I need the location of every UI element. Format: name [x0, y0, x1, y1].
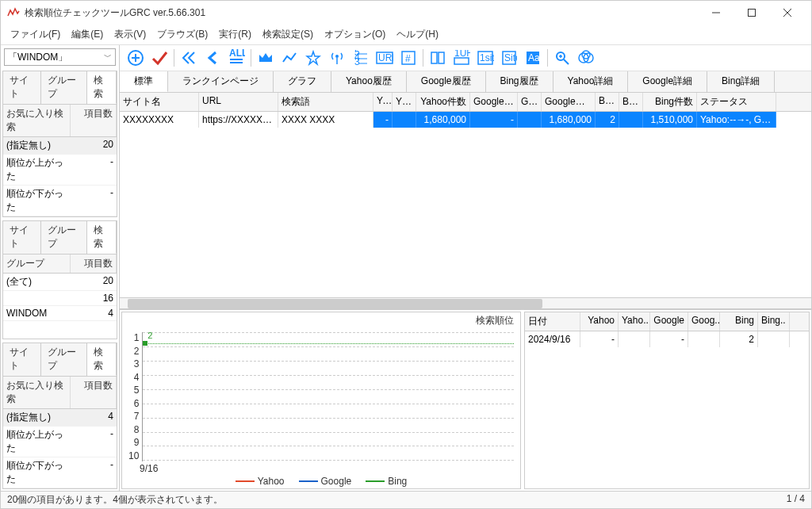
- zoom-icon[interactable]: [553, 48, 572, 67]
- svg-text:3: 3: [354, 56, 360, 66]
- tab-search[interactable]: 検索: [87, 71, 117, 104]
- back-icon[interactable]: [203, 48, 222, 67]
- venn-icon[interactable]: [576, 48, 596, 67]
- col-yahoo[interactable]: Yahoo: [580, 312, 619, 331]
- col-google[interactable]: Google: [650, 312, 688, 331]
- tab-search[interactable]: 検索: [87, 221, 117, 254]
- tab-group[interactable]: グループ: [41, 221, 87, 254]
- tab-graph[interactable]: グラフ: [274, 71, 331, 92]
- col-site[interactable]: サイト名: [120, 93, 199, 111]
- col-yahoo-d[interactable]: Yaho..: [619, 312, 650, 331]
- site-box-icon[interactable]: Site: [500, 48, 519, 67]
- oneurl-icon[interactable]: 1URL: [452, 48, 471, 67]
- tab-site[interactable]: サイト: [3, 343, 41, 376]
- rewind-icon[interactable]: [179, 48, 198, 67]
- col-fav[interactable]: お気に入り検索: [3, 105, 71, 136]
- favorites-panel-1: サイト グループ 検索 お気に入り検索 項目数 (指定無し)20 順位が上がった…: [2, 71, 117, 217]
- svg-text:Site: Site: [504, 52, 517, 63]
- favorites-panel-2: サイト グループ 検索 お気に入り検索 項目数 (指定無し)4 順位が上がった-…: [2, 343, 117, 489]
- col-bing[interactable]: Bin..: [596, 93, 619, 111]
- status-left: 20個の項目があります。4個が表示されています。: [7, 493, 223, 507]
- chart-plot: 2: [142, 332, 514, 461]
- col-google[interactable]: Google順位: [470, 93, 518, 111]
- col-bcount[interactable]: Bing件数: [643, 93, 697, 111]
- tab-search[interactable]: 検索: [87, 343, 117, 376]
- tab-yahoo-hist[interactable]: Yahoo履歴: [331, 71, 407, 92]
- crown-icon[interactable]: [256, 48, 275, 67]
- menu-file[interactable]: ファイル(F): [6, 26, 65, 43]
- menu-search-settings[interactable]: 検索設定(S): [258, 26, 318, 43]
- list-item[interactable]: 16: [3, 291, 117, 306]
- col-status[interactable]: ステータス: [697, 93, 776, 111]
- site-combo[interactable]: 「WINDOM」 ﹀: [4, 48, 116, 66]
- bing-data-point: [143, 341, 147, 346]
- list-item[interactable]: (指定無し)20: [3, 137, 117, 155]
- url-icon[interactable]: URL: [375, 48, 394, 67]
- col-ycount[interactable]: Yahoo件数: [416, 93, 470, 111]
- col-count[interactable]: 項目数: [71, 254, 117, 273]
- antenna-icon[interactable]: [327, 48, 347, 67]
- add-icon[interactable]: [126, 48, 145, 67]
- minimize-button[interactable]: [698, 2, 733, 24]
- col-fav[interactable]: お気に入り検索: [3, 377, 71, 408]
- close-button[interactable]: [769, 2, 805, 24]
- tab-yahoo-detail[interactable]: Yahoo詳細: [553, 71, 629, 92]
- menu-view[interactable]: 表示(V): [109, 26, 151, 43]
- tab-bing-hist[interactable]: Bing履歴: [486, 71, 553, 92]
- rank-icon[interactable]: 543: [351, 48, 370, 67]
- col-url[interactable]: URL: [199, 93, 278, 111]
- menu-edit[interactable]: 編集(E): [67, 26, 108, 43]
- trend-icon[interactable]: [280, 48, 299, 67]
- all-list-icon[interactable]: ALL: [227, 48, 246, 67]
- table-row[interactable]: XXXXXXXX https://XXXXX.XX XXXX XXXX - 1,…: [120, 112, 811, 128]
- list-item[interactable]: 順位が上がった-: [3, 155, 117, 186]
- list-item[interactable]: WINDOM4: [3, 306, 117, 321]
- col-bing-d[interactable]: Bing..: [758, 312, 790, 331]
- maximize-button[interactable]: [733, 2, 769, 24]
- col-gcount[interactable]: Google件数: [542, 93, 596, 111]
- star-icon[interactable]: [304, 48, 323, 67]
- tab-bing-detail[interactable]: Bing詳細: [707, 71, 775, 92]
- col-gdelta[interactable]: G変..: [518, 93, 542, 111]
- list-item[interactable]: (指定無し)4: [3, 409, 117, 427]
- list-item[interactable]: 順位が下がった-: [3, 186, 117, 216]
- list-item[interactable]: 順位が上がった-: [3, 427, 117, 457]
- hash-icon[interactable]: #: [399, 48, 418, 67]
- table-row[interactable]: 2024/9/16 - - 2: [525, 331, 809, 347]
- col-google-d[interactable]: Goog..: [688, 312, 720, 331]
- menu-run[interactable]: 実行(R): [214, 26, 256, 43]
- col-ydelta[interactable]: Y変..: [393, 93, 416, 111]
- col-count[interactable]: 項目数: [71, 377, 117, 408]
- tab-standard[interactable]: 標準: [120, 71, 168, 92]
- col-date[interactable]: 日付: [525, 312, 580, 331]
- chevron-down-icon: ﹀: [104, 52, 112, 63]
- col-bdelta[interactable]: B変..: [619, 93, 643, 111]
- check-icon[interactable]: [150, 48, 169, 67]
- bing-series-line: [143, 343, 514, 344]
- col-keyword[interactable]: 検索語: [278, 93, 373, 111]
- menu-browse[interactable]: ブラウズ(B): [152, 26, 213, 43]
- tab-rankin[interactable]: ランクインページ: [168, 71, 274, 92]
- horizontal-scrollbar[interactable]: [120, 297, 811, 308]
- aa-icon[interactable]: Aa: [523, 48, 542, 67]
- toolbar: ALL 543 URL # 1URL 1site Site Aa: [120, 45, 811, 71]
- col-count[interactable]: 項目数: [71, 105, 117, 136]
- list-item[interactable]: 順位が下がった-: [3, 457, 117, 488]
- svg-marker-10: [259, 53, 272, 62]
- tab-site[interactable]: サイト: [3, 71, 41, 104]
- tab-group[interactable]: グループ: [41, 71, 87, 104]
- menu-help[interactable]: ヘルプ(H): [392, 26, 443, 43]
- col-yahoo[interactable]: Ya..: [373, 93, 393, 111]
- tab-site[interactable]: サイト: [3, 221, 41, 254]
- onesite-icon[interactable]: 1site: [476, 48, 495, 67]
- group-panel: サイト グループ 検索 グループ 項目数 (全て)20 16 WINDOM4: [2, 220, 117, 339]
- col-bing[interactable]: Bing: [720, 312, 758, 331]
- tab-google-hist[interactable]: Google履歴: [407, 71, 486, 92]
- layout-icon[interactable]: [428, 48, 447, 67]
- menu-options[interactable]: オプション(O): [320, 26, 390, 43]
- tab-group[interactable]: グループ: [41, 343, 87, 376]
- window-title: 検索順位チェックツールGRC ver.5.66.301: [25, 6, 698, 20]
- list-item[interactable]: (全て)20: [3, 274, 117, 291]
- tab-google-detail[interactable]: Google詳細: [628, 71, 707, 92]
- col-group[interactable]: グループ: [3, 254, 71, 273]
